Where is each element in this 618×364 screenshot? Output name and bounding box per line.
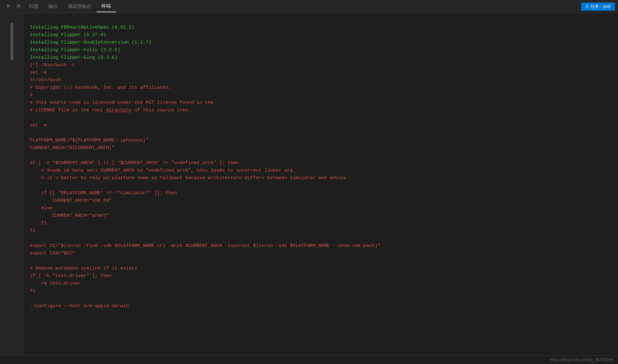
terminal-line: fi <box>30 288 35 294</box>
status-bar: https://blog.csdn.net/qq_38735649 <box>0 355 618 364</box>
terminal-line <box>30 236 33 241</box>
main-content: Installing FBReactNativeSpec (0.62.2) In… <box>0 13 618 355</box>
terminal-line <box>30 130 33 136</box>
terminal-line: if [ -z "$CURRENT_ARCH" ] || [ "$CURRENT… <box>30 160 239 166</box>
terminal-line: if [ -h "test-driver" ]; then <box>30 273 112 279</box>
terminal-line: export CC="$(xcrun -find -sdk $PLATFORM_… <box>30 243 380 249</box>
terminal-line: export CXX="$CC" <box>30 251 75 256</box>
terminal-line <box>30 183 33 188</box>
sidebar <box>0 13 24 355</box>
terminal-line: fi <box>30 221 47 226</box>
tab-zhongduan[interactable]: 终端 <box>96 1 116 12</box>
terminal-line: Installing Flipper (0.37.0) <box>30 32 106 38</box>
sidebar-scrollbar[interactable] <box>11 23 13 60</box>
terminal-line: set -e <box>30 70 47 75</box>
terminal-line: # Copyright (c) Facebook, Inc. and its a… <box>30 85 171 90</box>
terminal-line: Installing Flipper-Folly (2.2.0) <box>30 47 120 53</box>
terminal-line: # This source code is licensed under the… <box>30 100 214 105</box>
terminal-line: fi <box>30 228 35 233</box>
terminal-line: Installing Flipper-Glog (0.3.6) <box>30 55 117 60</box>
tab-wenti[interactable]: 问题 <box>24 1 43 12</box>
terminal-line: if [[ "$PLATFORM_NAME" == *"simulator"* … <box>30 190 177 196</box>
tab-tiaoshi[interactable]: 调试控制台 <box>63 1 96 12</box>
title-badge: 2: 任务 - pod <box>581 3 615 11</box>
terminal-line: # LICENSE file in the root directory of … <box>30 108 191 113</box>
terminal-content: Installing FBReactNativeSpec (0.62.2) In… <box>30 16 612 318</box>
terminal-line <box>30 115 33 120</box>
terminal-line: CURRENT_ARCH="${CURRENT_ARCH}" <box>30 145 115 151</box>
terminal-line: # it's better to rely on platform name a… <box>30 175 346 181</box>
terminal-line: # Xcode 10 beta sets CURRENT_ARCH to "un… <box>30 168 295 173</box>
terminal-line: Installing Flipper-DoubleConversion (1.1… <box>30 40 151 45</box>
terminal-line: Installing FBReactNativeSpec (0.62.2) <box>30 25 134 30</box>
terminal-line: [!] /bin/bash -c <box>30 62 75 68</box>
terminal-line: CURRENT_ARCH="armv7" <box>30 213 109 218</box>
terminal-line <box>30 258 33 264</box>
terminal-line: PLATFORM_NAME="${PLATFORM_NAME:-iphoneos… <box>30 138 149 143</box>
terminal-line: ./configure --host arm-apple-darwin <box>30 303 129 309</box>
status-url: https://blog.csdn.net/qq_38735649 <box>550 357 613 362</box>
tab-shuchu[interactable]: 输出 <box>43 1 63 12</box>
tab-bar: M M 问题 输出 调试控制台 终端 2: 任务 - pod <box>0 0 618 13</box>
tab-m2[interactable]: M <box>14 1 24 12</box>
terminal-line <box>30 296 33 301</box>
terminal-line <box>30 153 33 158</box>
terminal-line: # Remove automake symlink if it exists <box>30 266 137 271</box>
terminal-line: CURRENT_ARCH="x86_64" <box>30 198 112 203</box>
terminal-line: else <box>30 206 52 211</box>
terminal-area[interactable]: Installing FBReactNativeSpec (0.62.2) In… <box>24 13 618 355</box>
terminal-line: rm test-driver <box>30 281 81 286</box>
terminal-line: #!/bin/bash <box>30 78 61 83</box>
terminal-line: set -e <box>30 123 47 128</box>
terminal-line: # <box>30 93 33 98</box>
tab-m1[interactable]: M <box>3 1 14 12</box>
